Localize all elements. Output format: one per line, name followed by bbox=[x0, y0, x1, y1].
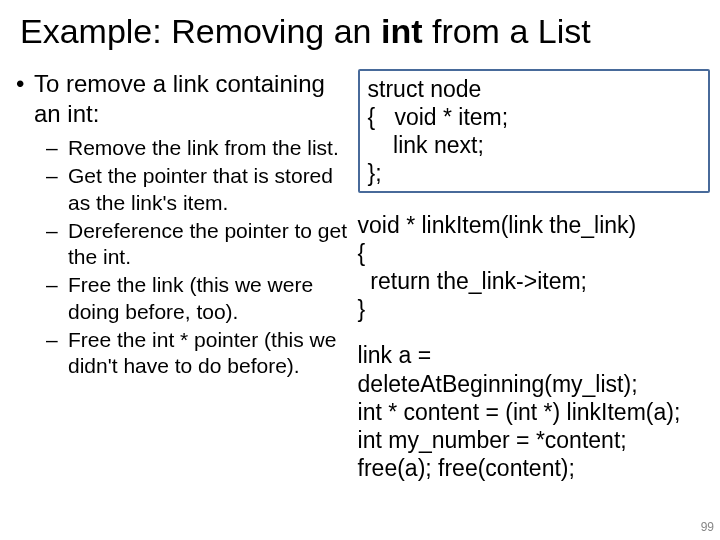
sub-bullet: – Get the pointer that is stored as the … bbox=[46, 163, 348, 216]
bullet-dot-icon: • bbox=[16, 69, 34, 129]
sub-bullet-text: Dereference the pointer to get the int. bbox=[68, 218, 348, 271]
sub-bullet-text: Remove the link from the list. bbox=[68, 135, 348, 161]
dash-icon: – bbox=[46, 272, 68, 325]
function-code: void * linkItem(link the_link) { return … bbox=[358, 211, 710, 323]
right-column: struct node { void * item; link next; };… bbox=[358, 69, 710, 500]
sub-bullet-list: – Remove the link from the list. – Get t… bbox=[46, 135, 348, 379]
sub-bullet: – Free the int * pointer (this we didn't… bbox=[46, 327, 348, 380]
dash-icon: – bbox=[46, 327, 68, 380]
main-bullet: • To remove a link containing an int: bbox=[16, 69, 348, 129]
left-column: • To remove a link containing an int: – … bbox=[10, 69, 348, 500]
sub-bullet-text: Get the pointer that is stored as the li… bbox=[68, 163, 348, 216]
title-bold: int bbox=[381, 12, 423, 50]
struct-code-box: struct node { void * item; link next; }; bbox=[358, 69, 710, 193]
sub-bullet: – Free the link (this we were doing befo… bbox=[46, 272, 348, 325]
slide-title: Example: Removing an int from a List bbox=[0, 0, 720, 51]
sub-bullet: – Remove the link from the list. bbox=[46, 135, 348, 161]
page-number: 99 bbox=[701, 520, 714, 534]
title-pre: Example: Removing an bbox=[20, 12, 381, 50]
slide-body: • To remove a link containing an int: – … bbox=[0, 51, 720, 500]
sub-bullet-text: Free the int * pointer (this we didn't h… bbox=[68, 327, 348, 380]
dash-icon: – bbox=[46, 135, 68, 161]
title-post: from a List bbox=[423, 12, 591, 50]
sub-bullet: – Dereference the pointer to get the int… bbox=[46, 218, 348, 271]
usage-code: link a = deleteAtBeginning(my_list); int… bbox=[358, 341, 710, 481]
slide: Example: Removing an int from a List • T… bbox=[0, 0, 720, 540]
dash-icon: – bbox=[46, 163, 68, 216]
dash-icon: – bbox=[46, 218, 68, 271]
main-bullet-text: To remove a link containing an int: bbox=[34, 69, 348, 129]
sub-bullet-text: Free the link (this we were doing before… bbox=[68, 272, 348, 325]
